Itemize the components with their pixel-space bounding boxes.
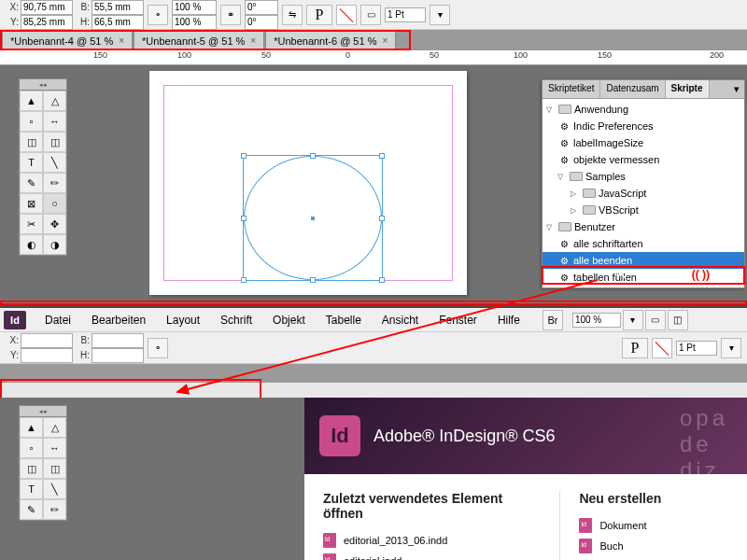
link-scale-icon[interactable]: ⚭ — [220, 5, 241, 25]
resize-handle[interactable] — [310, 277, 316, 283]
w-input[interactable] — [92, 0, 144, 15]
pencil-tool[interactable]: ✏ — [43, 499, 66, 520]
paragraph-style-icon[interactable]: P — [306, 5, 332, 25]
selected-ellipse-frame[interactable] — [243, 155, 383, 281]
panel-menu-icon[interactable]: ▾ — [729, 80, 744, 98]
recent-file-1[interactable]: editorial_2013_06.indd — [323, 530, 531, 551]
menu-ansicht[interactable]: Ansicht — [373, 310, 428, 330]
tree-folder-samples[interactable]: ▽Samples — [543, 168, 744, 185]
type-tool[interactable]: T — [20, 152, 43, 173]
tree-folder-anwendung[interactable]: ▽Anwendung — [543, 101, 744, 118]
zoom-input[interactable] — [572, 313, 621, 328]
w-input-2[interactable] — [92, 333, 144, 348]
scale-y-input[interactable] — [172, 15, 217, 30]
view-options-icon[interactable]: ▾ — [623, 310, 643, 330]
menu-objekt[interactable]: Objekt — [263, 310, 315, 330]
line-tool[interactable]: ╲ — [43, 479, 66, 499]
direct-selection-tool[interactable]: △ — [43, 91, 66, 111]
gradient-tool[interactable]: ◐ — [20, 234, 43, 255]
h-input[interactable] — [92, 15, 144, 30]
line-tool[interactable]: ╲ — [43, 152, 66, 173]
menu-fenster[interactable]: Fenster — [430, 310, 486, 330]
recent-file-2[interactable]: editorial.indd — [323, 551, 531, 560]
indesign-logo-icon[interactable]: Id — [4, 311, 26, 329]
x-input-2[interactable] — [21, 333, 73, 348]
more-options-icon[interactable]: ▾ — [430, 5, 450, 25]
ellipse-tool[interactable]: ○ — [43, 193, 66, 214]
resize-handle[interactable] — [379, 216, 385, 221]
shear-input[interactable] — [245, 15, 278, 30]
content-placer-tool[interactable]: ◫ — [43, 458, 66, 479]
panel-tab-skriptetikett[interactable]: Skriptetiket — [543, 80, 600, 98]
scissors-tool[interactable]: ✂ — [20, 214, 43, 234]
menu-tabelle[interactable]: Tabelle — [317, 310, 371, 330]
y-input[interactable] — [21, 15, 73, 30]
gradient-feather-tool[interactable]: ◑ — [43, 234, 66, 255]
stroke-swatch[interactable]: ▭ — [360, 5, 381, 25]
type-tool[interactable]: T — [20, 479, 43, 499]
fill-swatch-2[interactable] — [652, 338, 672, 358]
close-icon[interactable]: × — [382, 35, 388, 46]
panel-collapse-icon[interactable] — [20, 79, 66, 91]
free-transform-tool[interactable]: ✥ — [43, 214, 66, 234]
more-options-icon[interactable]: ▾ — [721, 338, 741, 358]
menu-layout[interactable]: Layout — [157, 310, 209, 330]
content-placer-tool[interactable]: ◫ — [43, 132, 66, 152]
pen-tool[interactable]: ✎ — [20, 499, 43, 520]
doc-tab-2[interactable]: *Unbenannt-5 @ 51 %× — [134, 31, 264, 49]
bridge-button[interactable]: Br — [543, 310, 563, 330]
tree-script-indic[interactable]: Indic Preferences — [543, 118, 744, 134]
gap-tool[interactable]: ↔ — [43, 111, 66, 132]
resize-handle[interactable] — [241, 277, 247, 283]
new-document[interactable]: Dokument — [579, 515, 728, 536]
tree-script-labelimagesize[interactable]: labelImageSize — [543, 134, 744, 151]
doc-tab-1[interactable]: *Unbenannt-4 @ 51 %× — [2, 31, 133, 49]
tree-script-alle-beenden[interactable]: alle beenden — [543, 252, 744, 269]
tree-script-alle-schriftarten[interactable]: alle schriftarten — [543, 235, 744, 252]
menu-schrift[interactable]: Schrift — [211, 310, 261, 330]
resize-handle[interactable] — [241, 153, 247, 159]
resize-handle[interactable] — [379, 153, 385, 159]
close-icon[interactable]: × — [250, 35, 256, 46]
tree-folder-javascript[interactable]: ▷JavaScript — [543, 185, 744, 202]
resize-handle[interactable] — [310, 153, 316, 159]
stroke-weight-input[interactable] — [385, 7, 426, 22]
tree-folder-vbscript[interactable]: ▷VBScript — [543, 202, 744, 218]
menu-bearbeiten[interactable]: Bearbeiten — [82, 310, 155, 330]
screen-mode-icon[interactable]: ▭ — [645, 310, 666, 330]
tree-script-objekte-vermessen[interactable]: objekte vermessen — [543, 151, 744, 168]
new-book[interactable]: Buch — [579, 536, 728, 556]
scale-x-input[interactable] — [172, 0, 217, 15]
constrain-icon[interactable]: ⚬ — [148, 338, 168, 358]
close-icon[interactable]: × — [119, 35, 124, 46]
panel-collapse-icon[interactable] — [20, 406, 66, 417]
fill-swatch[interactable] — [336, 5, 357, 25]
flip-h-icon[interactable]: ⇋ — [282, 5, 303, 25]
tree-script-tabellen-fuellen[interactable]: tabellen füllen — [543, 269, 744, 286]
page-tool[interactable]: ▫ — [20, 111, 43, 132]
panel-tab-skripte[interactable]: Skripte — [666, 80, 710, 98]
page-tool[interactable]: ▫ — [20, 438, 43, 458]
content-collector-tool[interactable]: ◫ — [20, 132, 43, 152]
tree-folder-benutzer[interactable]: ▽Benutzer — [543, 218, 744, 235]
pencil-tool[interactable]: ✏ — [43, 173, 66, 193]
gap-tool[interactable]: ↔ — [43, 438, 66, 458]
direct-selection-tool[interactable]: △ — [43, 417, 66, 438]
rectangle-frame-tool[interactable]: ⊠ — [20, 193, 43, 214]
constrain-icon[interactable]: ⚬ — [148, 5, 168, 25]
selection-tool[interactable]: ▲ — [20, 91, 43, 111]
menu-hilfe[interactable]: Hilfe — [488, 310, 529, 330]
stroke-weight-2[interactable] — [676, 341, 717, 356]
paragraph-style-icon[interactable]: P — [622, 338, 648, 358]
y-input-2[interactable] — [21, 348, 73, 363]
h-input-2[interactable] — [92, 348, 144, 363]
selection-tool[interactable]: ▲ — [20, 417, 43, 438]
rotate-input[interactable] — [245, 0, 278, 15]
canvas[interactable] — [84, 65, 537, 301]
pen-tool[interactable]: ✎ — [20, 173, 43, 193]
content-collector-tool[interactable]: ◫ — [20, 458, 43, 479]
menu-datei[interactable]: Datei — [35, 310, 80, 330]
resize-handle[interactable] — [241, 216, 247, 221]
resize-handle[interactable] — [379, 277, 385, 283]
arrange-docs-icon[interactable]: ◫ — [668, 310, 688, 330]
